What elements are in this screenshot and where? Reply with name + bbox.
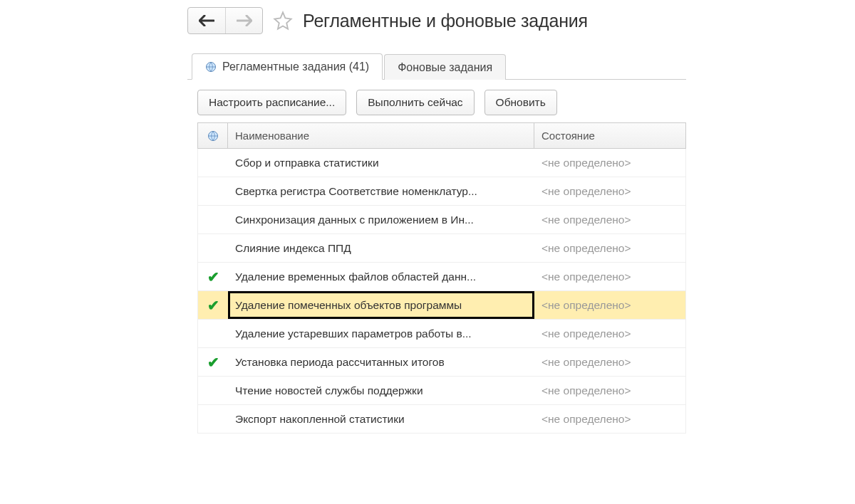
row-state-cell: <не определено>	[534, 263, 685, 290]
row-state-cell: <не определено>	[534, 206, 685, 233]
header: Регламентные и фоновые задания	[187, 7, 686, 34]
table-header: Наименование Состояние	[197, 123, 686, 149]
refresh-button[interactable]: Обновить	[484, 90, 557, 115]
row-state-cell: <не определено>	[534, 348, 685, 376]
checkmark-icon: ✔	[207, 355, 219, 369]
favorite-star-icon[interactable]	[273, 11, 293, 31]
checkmark-icon: ✔	[207, 298, 219, 313]
row-name-cell: Удаление устаревших параметров работы в.…	[228, 320, 534, 347]
row-name-cell: Экспорт накопленной статистики	[228, 405, 534, 433]
row-name-cell: Синхронизация данных с приложением в Ин.…	[228, 206, 534, 233]
table-row[interactable]: ✔Удаление помеченных объектов программы<…	[197, 291, 686, 320]
row-state-cell: <не определено>	[534, 234, 685, 262]
arrow-right-icon	[237, 15, 252, 26]
column-header-name[interactable]: Наименование	[228, 123, 534, 149]
table-row[interactable]: Слияние индекса ППД<не определено>	[197, 234, 686, 263]
row-state-cell: <не определено>	[534, 177, 685, 205]
tab-scheduled[interactable]: Регламентные задания (41)	[192, 53, 383, 80]
back-button[interactable]	[188, 8, 225, 33]
row-enabled-cell	[198, 177, 228, 205]
row-state-cell: <не определено>	[534, 405, 685, 433]
tab-scheduled-label: Регламентные задания (41)	[222, 61, 369, 73]
forward-button[interactable]	[225, 8, 262, 33]
row-enabled-cell	[198, 206, 228, 233]
row-name-cell: Сбор и отправка статистики	[228, 149, 534, 177]
row-name-cell: Установка периода рассчитанных итогов	[228, 348, 534, 376]
row-enabled-cell	[198, 377, 228, 404]
row-state-cell: <не определено>	[534, 377, 685, 404]
row-enabled-cell: ✔	[198, 291, 228, 319]
arrow-left-icon	[199, 15, 214, 26]
row-state-cell: <не определено>	[534, 149, 685, 177]
row-name-cell: Свертка регистра Соответствие номенклату…	[228, 177, 534, 205]
table-row[interactable]: Экспорт накопленной статистики<не опреде…	[197, 405, 686, 434]
table-row[interactable]: Удаление устаревших параметров работы в.…	[197, 320, 686, 348]
checkmark-icon: ✔	[207, 270, 219, 284]
row-name-cell: Удаление временных файлов областей данн.…	[228, 263, 534, 290]
row-name-cell: Чтение новостей службы поддержки	[228, 377, 534, 404]
row-name-cell: Удаление помеченных объектов программы	[228, 291, 534, 319]
table-row[interactable]: ✔Удаление временных файлов областей данн…	[197, 263, 686, 291]
tab-background[interactable]: Фоновые задания	[384, 54, 506, 80]
tabs: Регламентные задания (41) Фоновые задани…	[187, 53, 686, 80]
row-enabled-cell: ✔	[198, 263, 228, 290]
globe-icon	[205, 61, 217, 73]
toolbar: Настроить расписание... Выполнить сейчас…	[197, 90, 686, 115]
globe-icon	[207, 130, 219, 142]
jobs-table: Наименование Состояние Сбор и отправка с…	[197, 122, 686, 434]
row-enabled-cell	[198, 405, 228, 433]
table-row[interactable]: Сбор и отправка статистики<не определено…	[197, 149, 686, 177]
column-header-enabled[interactable]	[198, 123, 228, 149]
column-header-state[interactable]: Состояние	[534, 123, 685, 149]
page-title: Регламентные и фоновые задания	[303, 11, 588, 31]
table-row[interactable]: Свертка регистра Соответствие номенклату…	[197, 177, 686, 206]
row-state-cell: <не определено>	[534, 291, 685, 319]
nav-buttons	[187, 7, 263, 34]
row-name-cell: Слияние индекса ППД	[228, 234, 534, 262]
table-row[interactable]: Синхронизация данных с приложением в Ин.…	[197, 206, 686, 234]
table-row[interactable]: Чтение новостей службы поддержки<не опре…	[197, 377, 686, 405]
table-body: Сбор и отправка статистики<не определено…	[197, 149, 686, 434]
table-row[interactable]: ✔Установка периода рассчитанных итогов<н…	[197, 348, 686, 377]
row-enabled-cell	[198, 234, 228, 262]
row-enabled-cell	[198, 149, 228, 177]
configure-schedule-button[interactable]: Настроить расписание...	[197, 90, 346, 115]
row-state-cell: <не определено>	[534, 320, 685, 347]
run-now-button[interactable]: Выполнить сейчас	[356, 90, 474, 115]
selection-box: Удаление помеченных объектов программы	[228, 291, 534, 319]
row-enabled-cell	[198, 320, 228, 347]
tab-background-label: Фоновые задания	[398, 61, 492, 74]
row-enabled-cell: ✔	[198, 348, 228, 376]
